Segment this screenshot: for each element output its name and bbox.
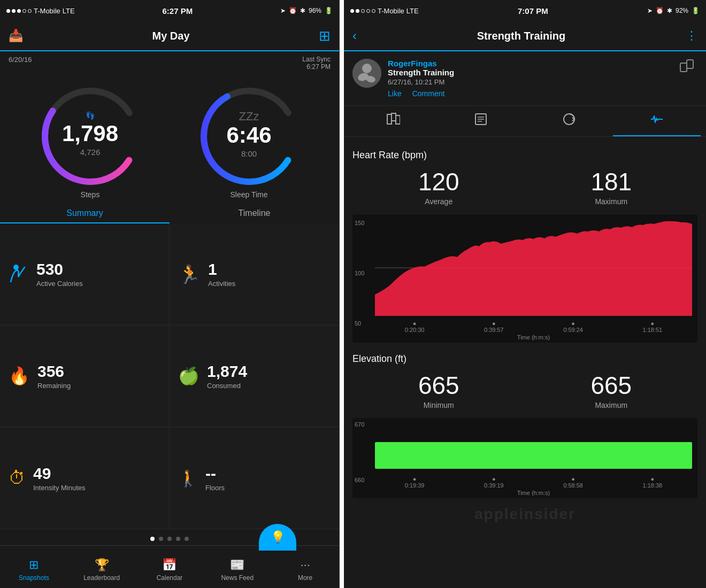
leaderboard-label: Leaderboard [83,574,120,582]
calendar-icon: 📅 [162,558,176,572]
consumed-label: Consumed [207,382,247,390]
more-button[interactable]: ⋮ [686,29,697,43]
dot1 [6,9,10,13]
ey-670: 670 [355,421,364,428]
y-100: 100 [355,270,364,276]
snapshots-label: Snapshots [19,574,49,582]
newsfeed-icon: 📰 [230,558,244,572]
battery-label: 96% [309,7,321,14]
activities-text: 1 Activities [208,260,235,288]
remaining-value: 356 [37,362,71,381]
battery-icon: 🔋 [325,7,333,14]
active-calories-text: 530 Active Calories [36,260,83,288]
back-button[interactable]: ‹ [352,28,357,43]
tab-summary[interactable]: Summary [0,203,170,223]
right-network: LTE [406,7,419,15]
dot-1[interactable] [150,537,155,541]
svg-rect-12 [387,114,392,124]
calendar-label: Calendar [157,574,183,582]
dot-3[interactable] [167,537,172,541]
sync-time: 6:27 PM [302,63,331,71]
left-time: 6:27 PM [163,6,193,16]
nav-newsfeed[interactable]: 📰 News Feed [203,558,271,582]
signal-dots [6,9,32,13]
hr-avg-value: 120 [418,167,459,196]
date-row: 6/20/16 Last Sync 6:27 PM [0,51,339,75]
share-icon[interactable] [679,59,697,80]
right-header-title: Strength Training [477,30,566,42]
ex-label-1: ●0:19:39 [405,476,425,489]
active-calories-value: 530 [36,260,83,278]
activities-icon: 🏃 [178,264,201,285]
hr-max-value: 181 [590,167,632,196]
left-status-bar: T-Mobile LTE 6:27 PM ➤ ⏰ ✱ 96% 🔋 [0,0,339,21]
dot-5[interactable] [185,537,189,541]
svg-rect-21 [375,442,692,469]
elev-max-label: Maximum [590,401,632,409]
hr-avg-label: Average [418,197,459,206]
heart-rate-section: Heart Rate (bpm) 120 Average 181 Maximum… [352,150,697,343]
right-location-icon: ➤ [647,7,653,14]
intensity-icon: ⏱ [9,468,26,488]
summary-grid: 530 Active Calories 🏃 1 Activities 🔥 356… [0,223,339,529]
sleep-circle: ZZz 6:46 8:00 [190,80,308,187]
tab-map[interactable] [349,106,437,136]
elev-min: 665 Minimum [418,371,459,409]
r-dot3 [361,9,365,13]
right-battery: 92% [676,7,688,14]
dot-4[interactable] [176,537,180,541]
comment-button[interactable]: Comment [412,89,445,98]
steps-label: Steps [81,190,100,199]
sleep-center: ZZz 6:46 8:00 [226,110,271,158]
tab-heartrate[interactable] [613,106,701,136]
x-label-4: ●1:18:51 [643,320,663,333]
dot2 [12,9,16,13]
circles-container: 👣 1,798 4,726 Steps [0,75,339,199]
intensity-cell[interactable]: ⏱ 49 Intensity Minutes [0,427,170,529]
grid-icon[interactable]: ⊞ [319,28,331,44]
watermark: appleinsider [352,502,697,526]
sleep-label: Sleep Time [230,190,267,199]
hr-section-title: Heart Rate (bpm) [352,150,697,161]
nav-leaderboard[interactable]: 🏆 Leaderboard [68,558,136,582]
nav-calendar[interactable]: 📅 Calendar [136,558,204,582]
carrier-label: T-Mobile [34,7,60,15]
hr-chart: 150 100 50 ●0:20:30 ●0:39:57 ●0:59:24 [352,214,697,343]
tab-laps[interactable] [525,106,613,136]
right-status-left: T-Mobile LTE [350,7,419,15]
bluetooth-icon: ✱ [300,7,305,14]
tab-timeline[interactable]: Timeline [170,203,339,223]
floors-label: Floors [205,484,225,492]
right-panel: T-Mobile LTE 7:07 PM ➤ ⏰ ✱ 92% 🔋 ‹ Stren… [344,0,706,588]
hr-x-labels: ●0:20:30 ●0:39:57 ●0:59:24 ●1:18:51 [375,320,692,333]
svg-rect-10 [687,60,693,68]
steps-widget[interactable]: 👣 1,798 4,726 Steps [32,80,149,199]
activities-cell[interactable]: 🏃 1 Activities [170,223,339,326]
consumed-cell[interactable]: 🍏 1,874 Consumed [170,326,339,428]
elev-y-labels: 670 660 [352,421,366,483]
like-button[interactable]: Like [388,89,402,98]
dot3 [17,9,21,13]
steps-value: 1,798 [62,121,118,146]
hr-y-labels: 150 100 50 [352,220,366,327]
dot-2[interactable] [159,537,163,541]
remaining-text: 356 Remaining [37,362,71,390]
sync-label: Last Sync [302,56,331,63]
remaining-cell[interactable]: 🔥 356 Remaining [0,326,170,428]
hr-chart-area [375,220,692,318]
svg-rect-9 [680,63,687,72]
tab-summary-right[interactable] [437,106,525,136]
floors-cell[interactable]: 🚶 -- Floors [170,427,339,529]
sync-info: Last Sync 6:27 PM [302,56,331,71]
right-status-right: ➤ ⏰ ✱ 92% 🔋 [647,7,700,14]
nav-snapshots[interactable]: ⊞ Snapshots [0,558,68,582]
elev-chart: 670 660 ●0:19:39 ●0:39:19 ●0:58:58 ●1:18… [352,418,697,498]
r-dot5 [372,9,375,13]
right-tabs [344,106,706,137]
nav-more[interactable]: ··· More [271,558,339,582]
steps-circle: 👣 1,798 4,726 [32,80,149,187]
sleep-widget[interactable]: ZZz 6:46 8:00 Sleep Time [190,80,308,199]
active-calories-cell[interactable]: 530 Active Calories [0,223,170,326]
inbox-icon[interactable]: 📥 [9,29,23,43]
hr-max: 181 Maximum [590,167,632,206]
